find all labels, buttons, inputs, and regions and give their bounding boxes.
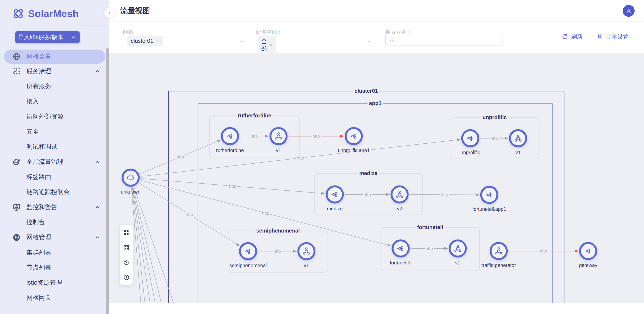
import-k8s-dropdown[interactable] [66, 31, 80, 43]
edge-arrowhead [217, 140, 221, 143]
graph-node-rutherfordine-v1[interactable]: v1 [270, 128, 286, 153]
graph-node-unprolific.app1[interactable]: unprolific.app1 [338, 128, 370, 153]
sidebar-item-控制台[interactable]: 控制台 [0, 215, 109, 230]
graph-node-unprolific[interactable]: unprolific [460, 130, 480, 155]
sidebar-item-链路追踪控制台[interactable]: 链路追踪控制台 [0, 184, 109, 199]
sidebar-item-集群列表[interactable]: 集群列表 [0, 245, 109, 260]
graph-node-fortunetell-v1[interactable]: v1 [450, 240, 466, 266]
graph-node-rutherfordine[interactable]: rutherfordine [216, 128, 244, 153]
node-label: fortunetell.app1 [472, 206, 506, 212]
sidebar-menu: 网格全景服务治理所有服务接入访问外部资源安全测试和调试全局流量治理标签路由链路追… [0, 50, 109, 305]
graph-node-gateway[interactable]: gateway [579, 243, 597, 268]
node-label: v1 [516, 150, 520, 155]
chevron-up-icon[interactable] [94, 159, 100, 165]
node-label: rutherfordine [216, 148, 244, 153]
edge-protocol-label: http [297, 156, 304, 160]
sidebar-item-标签路由[interactable]: 标签路由 [0, 169, 109, 184]
mesh-tag[interactable]: cluster01 × [128, 36, 162, 46]
chevron-up-icon[interactable] [94, 234, 100, 241]
search-box[interactable] [385, 34, 502, 46]
edge-protocol-label: http [229, 184, 236, 188]
namespace-tag-close-icon[interactable]: × [269, 42, 272, 48]
display-settings-label: 显示设置 [606, 33, 629, 40]
edge-protocol-label: http [312, 134, 320, 139]
import-k8s-button-label[interactable]: 导入k8s服务/版本 [15, 31, 66, 43]
graph-node-medize[interactable]: medize [327, 186, 343, 211]
graph-node-medize-v2[interactable]: v2 [392, 186, 408, 211]
edge-arrowhead [575, 250, 578, 253]
graph-node-unprolific-v1[interactable]: v1 [510, 130, 526, 155]
reset-view-icon [123, 259, 130, 266]
sidebar-item-监控和警告[interactable]: 监控和警告 [0, 199, 109, 215]
avatar[interactable]: A [623, 5, 634, 17]
help-button[interactable] [120, 270, 133, 285]
collapse-chevron-icon: ‹ [108, 9, 110, 16]
mesh-tag-close-icon[interactable]: × [156, 38, 159, 44]
namespace-boundary-app1 [198, 103, 552, 303]
fullscreen-button[interactable] [120, 225, 133, 240]
sidebar-item-label: 监控和警告 [26, 203, 57, 211]
graph-node-semiphenomenal[interactable]: semiphenomenal [229, 243, 266, 268]
display-settings-button[interactable]: 显示设置 [596, 33, 629, 40]
graph-node-semiphenomenal-v1[interactable]: v1 [298, 243, 314, 268]
sidebar-item-服务治理[interactable]: 服务治理 [0, 64, 109, 79]
reset-view-button[interactable] [120, 255, 133, 270]
node-label: v1 [455, 260, 460, 266]
sidebar-item-label: 网格全景 [26, 52, 51, 61]
chevron-up-icon[interactable] [94, 68, 100, 74]
filter-bar: 网格： cluster01 × 命名空间： 全部 × 搜索服务： 刷新 [109, 22, 644, 53]
namespace-filter-label: 命名空间： [256, 28, 282, 35]
sidebar-item-测试和调试[interactable]: 测试和调试 [0, 139, 109, 154]
solarmesh-logo-icon [12, 8, 24, 19]
node-label: v1 [276, 148, 281, 153]
edge-protocol-label: http [176, 155, 184, 159]
sidebar-item-接入[interactable]: 接入 [0, 94, 109, 109]
sidebar-scrollbar[interactable] [106, 48, 109, 314]
refresh-label: 刷新 [571, 33, 583, 40]
sidebar-item-安全[interactable]: 安全 [0, 124, 109, 139]
sidebar-item-访问外部资源[interactable]: 访问外部资源 [0, 109, 109, 124]
fit-view-icon [123, 244, 130, 251]
edge-arrowhead [444, 247, 448, 250]
sidebar-item-网格网关[interactable]: 网格网关 [0, 290, 109, 305]
graph-node-unknown[interactable]: unknown [121, 169, 140, 195]
import-k8s-button[interactable]: 导入k8s服务/版本 [15, 31, 80, 43]
service-group-label: unprolific [482, 114, 507, 120]
edge-arrowhead [236, 243, 240, 246]
sidebar-item-全局流量治理[interactable]: 全局流量治理 [0, 154, 109, 169]
sidebar-item-网格管理[interactable]: 网格管理 [0, 230, 109, 245]
sidebar-item-label: 标签路由 [26, 173, 51, 181]
sidebar-item-节点列表[interactable]: 节点列表 [0, 260, 109, 275]
chevron-up-icon[interactable] [94, 204, 100, 210]
graph-node-fortunetell[interactable]: fortunetell [390, 240, 411, 266]
mesh-select-chevron-icon[interactable] [239, 38, 245, 45]
sidebar-item-网格全景[interactable]: 网格全景 [4, 50, 105, 64]
refresh-button[interactable]: 刷新 [561, 33, 583, 40]
page-title: 流量视图 [120, 6, 150, 16]
globe-gear-icon [12, 158, 21, 166]
edge [134, 187, 176, 303]
globe-icon [12, 52, 21, 61]
sidebar-item-所有服务[interactable]: 所有服务 [0, 79, 109, 94]
traffic-graph-canvas[interactable]: cluster01app1 rutherfordineunprolificmed… [109, 53, 644, 303]
chevron-down-icon [70, 34, 76, 40]
traffic-graph[interactable]: cluster01app1 rutherfordineunprolificmed… [109, 53, 644, 303]
graph-node-fortunetell.app1[interactable]: fortunetell.app1 [472, 187, 506, 212]
sidebar-item-label: 控制台 [26, 218, 45, 227]
app-logo: SolarMesh [0, 0, 109, 25]
sidebar-collapse-button[interactable]: ‹ [104, 7, 115, 18]
node-label: v2 [397, 206, 402, 211]
sidebar-item-istio资源管理[interactable]: istio资源管理 [0, 275, 109, 290]
namespace-tag[interactable]: 全部 × [258, 36, 276, 54]
graph-node-traffic-generator[interactable]: traffic-generator [482, 243, 516, 268]
fit-view-button[interactable] [120, 240, 133, 255]
search-input[interactable] [397, 34, 502, 45]
namespace-select-chevron-icon[interactable] [366, 38, 372, 45]
mesh-select[interactable]: cluster01 × [128, 36, 162, 46]
sidebar-item-label: 网格网关 [26, 294, 51, 302]
sm-badge-icon [12, 233, 21, 242]
namespace-select[interactable]: 全部 × [258, 36, 276, 54]
cluster-boundary-cluster01 [168, 91, 564, 303]
node-label: unprolific [460, 150, 480, 155]
edge-protocol-label: http [425, 246, 433, 251]
